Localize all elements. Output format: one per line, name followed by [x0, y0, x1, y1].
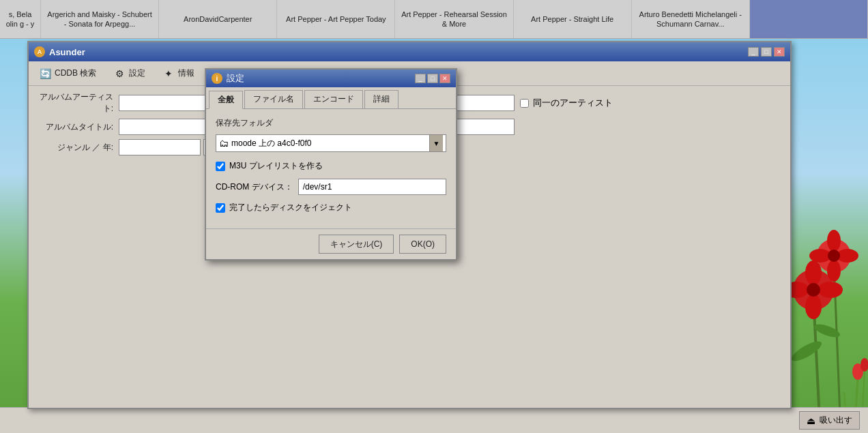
save-folder-label: 保存先フォルダ — [216, 117, 446, 129]
folder-select-dropdown[interactable]: 🗂 moode 上の a4c0-f0f0 ▼ — [216, 134, 446, 152]
genre-input[interactable] — [119, 139, 201, 155]
info-icon: ✦ — [162, 67, 175, 80]
folder-select-inner: 🗂 moode 上の a4c0-f0f0 — [219, 138, 429, 149]
dialog-minimize-button[interactable]: _ — [415, 74, 426, 83]
settings-icon: ⚙ — [113, 67, 126, 80]
cddb-icon: 🔄 — [38, 67, 52, 80]
eject-checkbox[interactable] — [216, 203, 225, 213]
eject-label: 吸い出す — [820, 415, 852, 426]
tab-encode[interactable]: エンコード — [304, 90, 363, 108]
asunder-app-icon: A — [34, 46, 45, 57]
folder-value: moode 上の a4c0-f0f0 — [231, 138, 311, 149]
album-artist-label: アルバムアーティスト: — [37, 91, 119, 115]
dropdown-arrow-icon[interactable]: ▼ — [429, 135, 443, 151]
dialog-close-button[interactable]: ✕ — [439, 74, 450, 83]
cancel-button[interactable]: キャンセル(C) — [319, 235, 394, 254]
album-item-3[interactable]: AronDavidCarpenter — [159, 0, 277, 38]
dialog-maximize-button[interactable]: □ — [427, 74, 438, 83]
dialog-title-left: i 設定 — [212, 72, 244, 85]
asunder-window-title: Asunder — [49, 47, 85, 57]
album-item-7[interactable]: Arturo Benedetti Michelangeli - Schumann… — [632, 0, 750, 38]
tab-details[interactable]: 詳細 — [364, 90, 399, 108]
album-item-5[interactable]: Art Pepper - Rehearsal Session & More — [395, 0, 513, 38]
info-button[interactable]: ✦ 情報 — [158, 65, 199, 83]
tab-general[interactable]: 全般 — [209, 91, 243, 109]
settings-dialog-footer: キャンセル(C) OK(O) — [206, 228, 456, 259]
eject-icon: ⏏ — [807, 415, 815, 426]
album-item-4[interactable]: Art Pepper - Art Pepper Today — [277, 0, 395, 38]
m3u-checkbox-row: M3U プレイリストを作る — [216, 160, 446, 172]
settings-tab-bar: 全般 ファイル名 エンコード 詳細 — [206, 87, 456, 109]
album-item-2[interactable]: Argerich and Maisky - Schubert - Sonata … — [41, 0, 159, 38]
close-button[interactable]: ✕ — [774, 47, 785, 57]
tab-filename[interactable]: ファイル名 — [244, 90, 303, 108]
ok-button[interactable]: OK(O) — [399, 235, 446, 254]
minimize-button[interactable]: _ — [748, 47, 759, 57]
settings-dialog-icon: i — [212, 73, 222, 84]
cdrom-row: CD-ROM デバイス： — [216, 179, 446, 195]
m3u-checkbox[interactable] — [216, 162, 225, 171]
album-bar: s, Bela olin g - y Argerich and Maisky -… — [0, 0, 868, 39]
cdrom-input[interactable] — [298, 179, 446, 195]
eject-button[interactable]: ⏏ 吸い出す — [799, 411, 860, 430]
album-item-6[interactable]: Art Pepper - Straight Life — [514, 0, 632, 38]
same-artist-row: 同一のアーティスト — [520, 97, 613, 109]
same-artist-label: 同一のアーティスト — [533, 97, 613, 109]
folder-select-row: 🗂 moode 上の a4c0-f0f0 ▼ — [216, 134, 446, 152]
album-item-1[interactable]: s, Bela olin g - y — [0, 0, 41, 38]
dialog-controls: _ □ ✕ — [415, 74, 450, 83]
bottom-bar: ⏏ 吸い出す — [0, 407, 868, 433]
folder-icon: 🗂 — [219, 138, 229, 149]
settings-dialog-content: 保存先フォルダ 🗂 moode 上の a4c0-f0f0 ▼ M3U プレイリス… — [206, 109, 456, 228]
eject-checkbox-row: 完了したらディスクをイジェクト — [216, 202, 446, 213]
settings-button[interactable]: ⚙ 設定 — [108, 65, 149, 83]
same-artist-checkbox[interactable] — [520, 99, 529, 108]
m3u-label: M3U プレイリストを作る — [229, 160, 323, 172]
cdrom-label: CD-ROM デバイス： — [216, 181, 293, 193]
genre-year-label: ジャンル ／ 年: — [37, 142, 119, 153]
settings-dialog-titlebar: i 設定 _ □ ✕ — [206, 70, 456, 87]
window-controls: _ □ ✕ — [748, 47, 785, 57]
eject-label: 完了したらディスクをイジェクト — [229, 202, 352, 213]
settings-dialog: i 設定 _ □ ✕ 全般 ファイル名 エンコード 詳細 保存先フォルダ 🗂 — [205, 68, 457, 260]
album-item-8[interactable] — [750, 0, 868, 38]
asunder-titlebar: A Asunder _ □ ✕ — [29, 42, 790, 61]
album-title-label: アルバムタイトル: — [37, 121, 119, 133]
maximize-button[interactable]: □ — [761, 47, 772, 57]
settings-dialog-title: 設定 — [227, 72, 244, 85]
cddb-search-button[interactable]: 🔄 CDDB 検索 — [34, 65, 100, 83]
